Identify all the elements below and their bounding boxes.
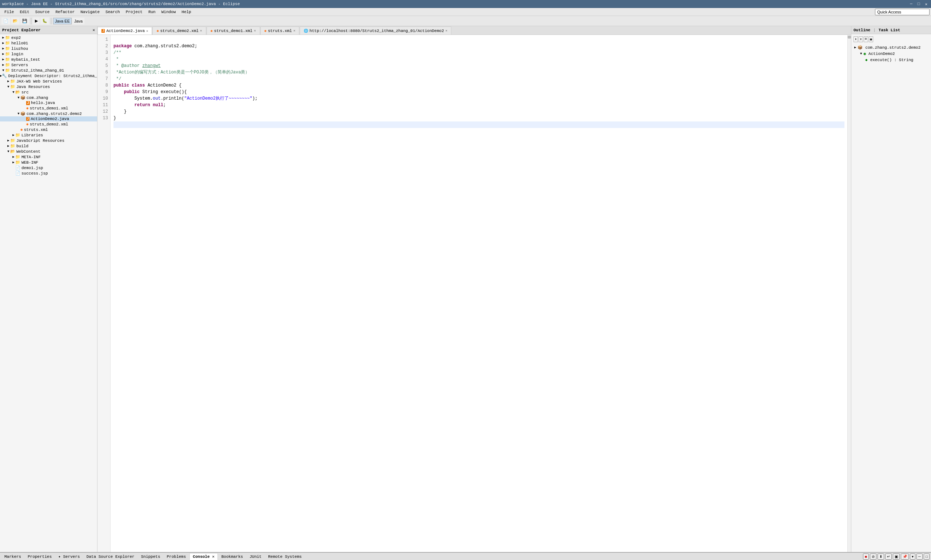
tree-item-deployment[interactable]: ▶ 🔧 Deployment Descriptor: Struts2_ithma… — [0, 73, 97, 78]
arrow-libraries: ▶ — [12, 133, 15, 137]
outline-item-class[interactable]: ▼ ◉ ActionDemo2 — [853, 51, 929, 57]
tree-item-actiondemo2[interactable]: ▶ J ActionDemo2.java — [0, 116, 97, 122]
close-button[interactable]: ✕ — [923, 2, 929, 6]
btab-remote[interactable]: Remote Systems — [265, 554, 305, 560]
menu-edit[interactable]: Edit — [17, 9, 32, 15]
console-maximize-btn[interactable]: □ — [924, 554, 929, 560]
tb-perspective-java-ee[interactable]: Java EE — [53, 18, 72, 25]
tb-debug-button[interactable]: 🐛 — [40, 17, 49, 25]
tree-item-hellojava[interactable]: ▶ J hello.java — [0, 100, 97, 105]
code-line-4: * @author zhangwt — [114, 63, 161, 68]
tree-item-meta-inf[interactable]: ▶ 📁 META-INF — [0, 154, 97, 160]
tab-struts-xml[interactable]: ✱ struts.xml ✕ — [260, 26, 299, 35]
folder-icon-login: 📁 — [5, 52, 10, 56]
tab-struts-demo2-xml[interactable]: ✱ struts_demo2.xml ✕ — [152, 26, 206, 35]
tree-item-login[interactable]: ▶ 📁 login — [0, 51, 97, 57]
menu-navigate[interactable]: Navigate — [77, 9, 103, 15]
tree-item-struts2-project[interactable]: ▼ 📁 Struts2_ithma_zhang_01 — [0, 68, 97, 73]
xml-icon-struts-demo2: ✱ — [26, 122, 29, 126]
tree-item-libraries[interactable]: ▶ 📁 Libraries — [0, 132, 97, 138]
tree-item-struts-xml[interactable]: ▶ ✱ struts.xml — [0, 127, 97, 132]
pe-close-icon[interactable]: ✕ — [92, 28, 95, 32]
tree-item-hello01[interactable]: ▶ 📁 hello01 — [0, 40, 97, 46]
btab-console[interactable]: Console ✕ — [189, 553, 217, 560]
arrow-mybatis: ▶ — [2, 57, 5, 62]
outline-label-method: execute() : String — [870, 58, 914, 62]
tree-item-exp2[interactable]: ▶ 📁 exp2 — [0, 35, 97, 40]
tree-item-js-resources[interactable]: ▶ 📁 JavaScript Resources — [0, 138, 97, 143]
jsp-icon-success: 📄 — [15, 171, 20, 175]
menu-help[interactable]: Help — [179, 9, 194, 15]
tab-browser[interactable]: 🌐 http://localhost:8080/Struts2_ithma_zh… — [300, 26, 451, 35]
tree-item-src[interactable]: ▼ 📂 src — [0, 89, 97, 95]
tab-close-browser[interactable]: ✕ — [445, 29, 447, 33]
tb-run-button[interactable]: ▶ — [33, 17, 40, 25]
outline-btn-1[interactable]: ⬇ — [854, 36, 858, 42]
tree-item-build[interactable]: ▶ 📁 build — [0, 143, 97, 149]
tree-item-comzhang[interactable]: ▼ 📦 com.zhang — [0, 95, 97, 100]
tab-close-struts-xml[interactable]: ✕ — [294, 29, 295, 33]
scrollbar-thumb[interactable] — [848, 35, 851, 38]
outline-btn-2[interactable]: ⬆ — [859, 36, 863, 42]
code-line-12: } — [114, 115, 116, 121]
outline-btn-4[interactable]: ◉ — [869, 36, 873, 42]
console-menu-btn[interactable]: ▾ — [910, 554, 916, 560]
tb-new-button[interactable]: 📄 — [2, 17, 10, 25]
tree-item-liuzhou[interactable]: ▶ 📁 liuzhou — [0, 46, 97, 51]
tree-item-successjsp[interactable]: ▶ 📄 success.jsp — [0, 171, 97, 176]
btab-problems[interactable]: Problems — [164, 554, 189, 560]
menu-window[interactable]: Window — [159, 9, 179, 15]
console-word-wrap-btn[interactable]: ↵ — [885, 554, 892, 560]
editor-area: J ActionDemo2.java ✕ ✱ struts_demo2.xml … — [97, 26, 851, 552]
tb-save-button[interactable]: 💾 — [20, 17, 29, 25]
tree-item-struts-demo2-xml[interactable]: ▶ ✱ struts_demo2.xml — [0, 122, 97, 127]
code-editor[interactable]: 123456 78910111213 package com.zhang.str… — [97, 35, 851, 552]
tree-item-com-zhang-struts2-demo2[interactable]: ▼ 📦 com.zhang.struts2.demo2 — [0, 111, 97, 116]
package-icon-comzhang: 📦 — [20, 95, 25, 100]
tree-item-demo1jsp[interactable]: ▶ 📄 demo1.jsp — [0, 165, 97, 171]
console-clear-btn[interactable]: ⊘ — [870, 554, 876, 560]
console-open-console-btn[interactable]: ▣ — [893, 554, 900, 560]
menu-run[interactable]: Run — [145, 9, 159, 15]
tab-close-struts-demo1-xml[interactable]: ✕ — [254, 29, 255, 33]
tb-open-button[interactable]: 📂 — [11, 17, 20, 25]
tree-item-webcontent[interactable]: ▼ 📂 WebContent — [0, 149, 97, 154]
outline-item-method[interactable]: ◆ execute() : String — [853, 57, 929, 63]
tree-item-java-resources[interactable]: ▼ 📁 Java Resources — [0, 84, 97, 89]
minimize-button[interactable]: ─ — [908, 2, 914, 6]
tab-actiondemo2[interactable]: J ActionDemo2.java ✕ — [97, 27, 152, 35]
code-content[interactable]: package com.zhang.struts2.demo2; /** * *… — [111, 35, 847, 552]
tree-item-servers[interactable]: ▶ 📁 Servers — [0, 62, 97, 68]
menu-source[interactable]: Source — [32, 9, 53, 15]
outline-item-package[interactable]: ▶ 📦 com.zhang.struts2.demo2 — [853, 45, 929, 51]
outline-btn-3[interactable]: ≡ — [864, 36, 868, 42]
btab-markers[interactable]: Markers — [2, 554, 24, 560]
tab-struts-demo1-xml[interactable]: ✱ struts_demo1.xml ✕ — [206, 26, 260, 35]
folder-icon-hello01: 📁 — [5, 41, 10, 45]
btab-bookmarks[interactable]: Bookmarks — [219, 554, 246, 560]
console-scroll-end-btn[interactable]: ⬇ — [877, 554, 884, 560]
console-pin-btn[interactable]: 📌 — [901, 554, 909, 560]
console-stop-btn[interactable]: ■ — [863, 554, 869, 560]
tree-item-jaxws[interactable]: ▶ 📁 JAX-WS Web Services — [0, 78, 97, 84]
menu-refactor[interactable]: Refactor — [52, 9, 77, 15]
tab-close-struts-demo2-xml[interactable]: ✕ — [200, 29, 202, 33]
btab-junit[interactable]: JUnit — [246, 554, 265, 560]
tree-item-struts-demo1-xml[interactable]: ▶ ✱ struts_demo1.xml — [0, 105, 97, 111]
quick-access-input[interactable] — [875, 9, 929, 15]
menu-file[interactable]: File — [2, 9, 17, 15]
menu-search[interactable]: Search — [103, 9, 123, 15]
maximize-button[interactable]: □ — [916, 2, 922, 6]
console-minimize-btn[interactable]: ─ — [916, 554, 923, 560]
editor-scrollbar[interactable] — [847, 35, 851, 552]
btab-properties[interactable]: Properties — [25, 554, 55, 560]
btab-servers[interactable]: ✦ Servers — [55, 554, 83, 560]
task-list-title[interactable]: Task List — [879, 28, 900, 32]
tree-item-mybatis[interactable]: ▶ 📁 mybatis_test — [0, 57, 97, 62]
btab-datasource[interactable]: Data Source Explorer — [84, 554, 137, 560]
menu-project[interactable]: Project — [123, 9, 145, 15]
btab-snippets[interactable]: Snippets — [138, 554, 163, 560]
tb-perspective-java[interactable]: Java — [72, 18, 85, 25]
tab-close-actiondemo2[interactable]: ✕ — [146, 29, 148, 33]
tree-item-web-inf[interactable]: ▶ 📁 WEB-INF — [0, 160, 97, 165]
